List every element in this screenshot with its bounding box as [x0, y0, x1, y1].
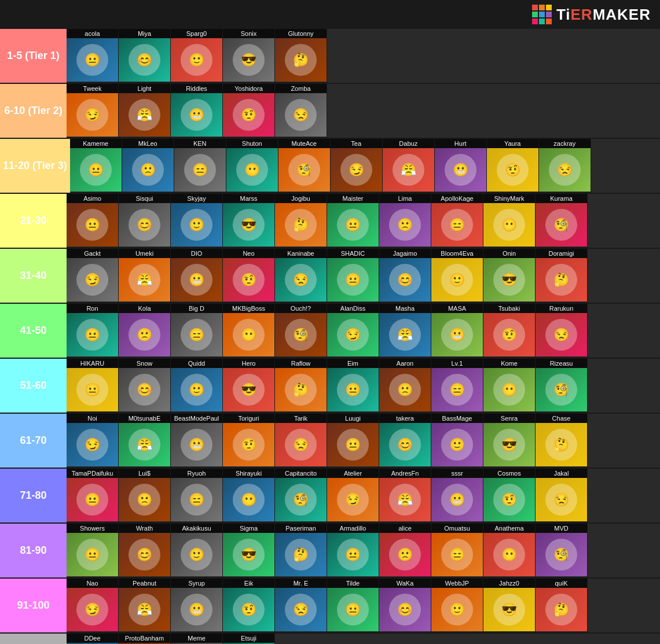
list-item[interactable]: Omuatsu😑	[431, 524, 483, 577]
list-item[interactable]: TamaPDaifuku😐	[67, 469, 119, 522]
list-item[interactable]: Atelier😏	[327, 469, 379, 522]
list-item[interactable]: AlanDiss😏	[327, 304, 379, 358]
list-item[interactable]: Shuton😶	[226, 139, 278, 193]
list-item[interactable]: Kaninabe😒	[275, 249, 327, 303]
list-item[interactable]: Wrath😊	[119, 524, 171, 577]
list-item[interactable]: BeastModePaul😬	[171, 414, 223, 468]
list-item[interactable]: Onin😎	[483, 249, 536, 303]
list-item[interactable]: Jakal😒	[536, 469, 588, 522]
list-item[interactable]: Masha😤	[379, 304, 431, 358]
list-item[interactable]: Chase🤔	[536, 414, 588, 468]
list-item[interactable]: Zomba😒	[275, 84, 327, 138]
list-item[interactable]: Light😤	[119, 84, 171, 138]
list-item[interactable]: KEN😑	[174, 139, 226, 193]
list-item[interactable]: Sparg0🙂	[171, 29, 223, 83]
list-item[interactable]: Etsuji😶	[223, 634, 275, 644]
list-item[interactable]: Armadillo😐	[327, 524, 379, 577]
list-item[interactable]: Yaura🤨	[487, 139, 539, 193]
list-item[interactable]: M0tsunabE😤	[119, 414, 171, 468]
list-item[interactable]: alice🙁	[379, 524, 431, 577]
list-item[interactable]: DIO😬	[171, 249, 223, 303]
list-item[interactable]: Lima🙁	[379, 194, 431, 248]
list-item[interactable]: AndresFn😤	[379, 469, 431, 522]
list-item[interactable]: Jagaimo😊	[379, 249, 431, 303]
list-item[interactable]: Neo🤨	[223, 249, 275, 303]
list-item[interactable]: Glutonny🤔	[275, 29, 327, 83]
list-item[interactable]: DDee😐	[67, 634, 119, 644]
list-item[interactable]: Doramigi🤔	[536, 249, 588, 303]
list-item[interactable]: Ouch!?🧐	[275, 304, 327, 358]
list-item[interactable]: Senra😎	[483, 414, 536, 468]
list-item[interactable]: WebbJP🙂	[431, 579, 483, 632]
list-item[interactable]: MkLeo🙁	[122, 139, 174, 193]
list-item[interactable]: Meme😑	[171, 634, 223, 644]
list-item[interactable]: Jahzz0😎	[483, 579, 536, 632]
list-item[interactable]: HIKARU😐	[67, 359, 119, 413]
list-item[interactable]: acola😐	[67, 29, 119, 83]
list-item[interactable]: ProtoBanham🙁	[119, 634, 171, 644]
list-item[interactable]: Riddles😬	[171, 84, 223, 138]
list-item[interactable]: Sigma😎	[223, 524, 275, 577]
list-item[interactable]: Anathema😶	[483, 524, 536, 577]
list-item[interactable]: Tsubaki🤨	[483, 304, 536, 358]
list-item[interactable]: Kurama🧐	[536, 194, 588, 248]
list-item[interactable]: Tilde😐	[327, 579, 379, 632]
list-item[interactable]: Snow😊	[119, 359, 171, 413]
list-item[interactable]: Gackt😏	[67, 249, 119, 303]
list-item[interactable]: Nao😏	[67, 579, 119, 632]
list-item[interactable]: Yoshidora🤨	[223, 84, 275, 138]
list-item[interactable]: Kameme😐	[70, 139, 122, 193]
list-item[interactable]: SHADIC😐	[327, 249, 379, 303]
list-item[interactable]: Bloom4Eva🙂	[431, 249, 483, 303]
list-item[interactable]: Tarik😒	[275, 414, 327, 468]
list-item[interactable]: Jogibu🤔	[275, 194, 327, 248]
list-item[interactable]: zackray😒	[539, 139, 591, 193]
list-item[interactable]: Kola🙁	[119, 304, 171, 358]
list-item[interactable]: Toriguri🤨	[223, 414, 275, 468]
list-item[interactable]: Eim😐	[327, 359, 379, 413]
list-item[interactable]: ShinyMark😶	[483, 194, 536, 248]
list-item[interactable]: BassMage🙂	[431, 414, 483, 468]
list-item[interactable]: takera😊	[379, 414, 431, 468]
list-item[interactable]: Sisqui😊	[119, 194, 171, 248]
list-item[interactable]: Big D😑	[171, 304, 223, 358]
list-item[interactable]: Quidd🙂	[171, 359, 223, 413]
list-item[interactable]: Tweek😏	[67, 84, 119, 138]
list-item[interactable]: Hurt😬	[435, 139, 487, 193]
list-item[interactable]: Raflow🤔	[275, 359, 327, 413]
list-item[interactable]: Syrup😬	[171, 579, 223, 632]
list-item[interactable]: Cosmos🤨	[483, 469, 536, 522]
list-item[interactable]: Umeki😤	[119, 249, 171, 303]
list-item[interactable]: Lui$🙁	[119, 469, 171, 522]
list-item[interactable]: Akakikusu🙂	[171, 524, 223, 577]
list-item[interactable]: Aaron🙁	[379, 359, 431, 413]
list-item[interactable]: Showers😐	[67, 524, 119, 577]
list-item[interactable]: Peabnut😤	[119, 579, 171, 632]
list-item[interactable]: Hero😎	[223, 359, 275, 413]
list-item[interactable]: Skyjay🙂	[171, 194, 223, 248]
list-item[interactable]: Ryuoh😑	[171, 469, 223, 522]
list-item[interactable]: Asimo😐	[67, 194, 119, 248]
list-item[interactable]: Ron😐	[67, 304, 119, 358]
list-item[interactable]: Lv.1😑	[431, 359, 483, 413]
list-item[interactable]: Mr. E😒	[275, 579, 327, 632]
list-item[interactable]: Tea😏	[331, 139, 383, 193]
list-item[interactable]: Rarukun😒	[536, 304, 588, 358]
list-item[interactable]: Luugi😐	[327, 414, 379, 468]
list-item[interactable]: Paseriman🤔	[275, 524, 327, 577]
list-item[interactable]: MuteAce🧐	[278, 139, 331, 193]
list-item[interactable]: Eik🤨	[223, 579, 275, 632]
list-item[interactable]: Rizeasu🧐	[536, 359, 588, 413]
list-item[interactable]: Shirayuki😶	[223, 469, 275, 522]
list-item[interactable]: MKBigBoss😶	[223, 304, 275, 358]
list-item[interactable]: MASA😬	[431, 304, 483, 358]
list-item[interactable]: ApolloKage😑	[431, 194, 483, 248]
list-item[interactable]: Noi😏	[67, 414, 119, 468]
list-item[interactable]: WaKa😊	[379, 579, 431, 632]
list-item[interactable]: Sonix😎	[223, 29, 275, 83]
list-item[interactable]: Marss😎	[223, 194, 275, 248]
list-item[interactable]: sssr😬	[431, 469, 483, 522]
list-item[interactable]: Maister😐	[327, 194, 379, 248]
list-item[interactable]: Kome😶	[483, 359, 536, 413]
list-item[interactable]: Dabuz😤	[383, 139, 435, 193]
